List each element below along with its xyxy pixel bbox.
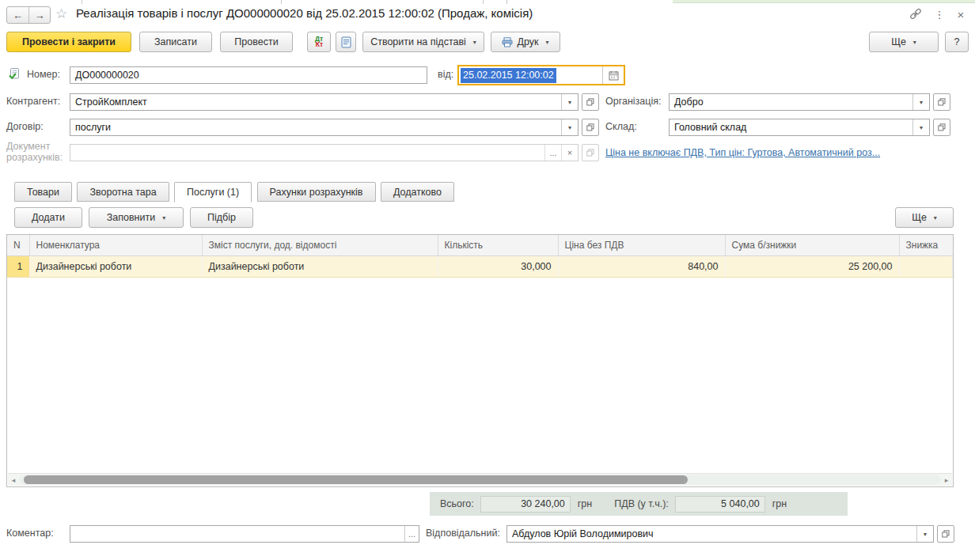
chevron-down-icon: ▾ — [545, 39, 548, 46]
window-menu-button[interactable]: ⋮ — [932, 7, 947, 21]
column-quantity: Кількість — [438, 235, 558, 255]
column-discount: Знижка — [899, 235, 953, 255]
settlement-doc-select-button[interactable]: ... — [544, 145, 561, 161]
scrollbar-track[interactable] — [19, 475, 941, 485]
create-based-on-button[interactable]: Створити на підставі▾ — [362, 32, 484, 52]
chevron-down-icon: ▾ — [568, 99, 571, 106]
responsible-field[interactable]: Абдулов Юрій Володимирович ▾ — [506, 525, 934, 543]
post-button[interactable]: Провести — [220, 32, 293, 52]
pick-button[interactable]: Підбір — [190, 207, 253, 228]
counterparty-open-button[interactable] — [582, 93, 599, 111]
total-label: Всього: — [440, 498, 474, 509]
cell-nomenclature[interactable]: Дизайнерські роботи — [29, 255, 202, 277]
tab-poslugy[interactable]: Послуги (1) — [174, 182, 252, 202]
organization-field[interactable]: Добро ▾ — [669, 93, 930, 111]
table-more-button[interactable]: Ще▾ — [895, 207, 954, 228]
warehouse-field[interactable]: Головний склад ▾ — [669, 119, 930, 136]
fill-label: Заповнити — [107, 212, 155, 223]
show-postings-button[interactable]: ДтКт — [307, 32, 331, 52]
horizontal-scrollbar[interactable]: ◂ ▸ — [8, 473, 952, 486]
contract-open-button[interactable] — [582, 119, 599, 136]
background-row — [673, 0, 975, 3]
print-button[interactable]: Друк▾ — [491, 32, 560, 52]
date-field[interactable]: 25.02.2015 12:00:02 — [457, 65, 625, 85]
open-icon — [586, 149, 594, 157]
scroll-left-icon[interactable]: ◂ — [8, 476, 19, 484]
tabs-bar: Товари Зворотна тара Послуги (1) Рахунки… — [0, 182, 975, 202]
date-label: від: — [438, 69, 453, 80]
calendar-icon — [609, 70, 619, 81]
warehouse-dropdown-button[interactable]: ▾ — [912, 119, 929, 135]
tab-tovary[interactable]: Товари — [14, 182, 72, 202]
currency-label: грн — [578, 498, 592, 509]
warehouse-open-button[interactable] — [933, 119, 950, 136]
forward-button[interactable]: → — [28, 7, 50, 23]
counterparty-dropdown-button[interactable]: ▾ — [561, 94, 578, 110]
tab-zvorotna-tara[interactable]: Зворотна тара — [77, 182, 169, 202]
settlement-doc-value — [70, 145, 544, 161]
chevron-down-icon: ▾ — [920, 99, 923, 106]
comment-label: Коментар: — [6, 528, 54, 539]
cell-price-no-vat[interactable]: 840,00 — [558, 255, 725, 277]
footer: Коментар: ... Відповідальний: Абдулов Юр… — [0, 520, 975, 549]
total-value: 30 240,00 — [480, 496, 571, 513]
counterparty-label: Контрагент: — [6, 96, 60, 107]
help-button[interactable]: ? — [945, 32, 969, 52]
open-icon — [586, 98, 594, 106]
scroll-right-icon[interactable]: ▸ — [941, 476, 952, 484]
tab-dodatkovo[interactable]: Додатково — [381, 182, 454, 202]
calendar-button[interactable] — [602, 66, 624, 84]
nav-buttons: ← → — [6, 6, 51, 24]
toolbar: Провести і закрити Записати Провести ДтК… — [0, 28, 975, 57]
contract-dropdown-button[interactable]: ▾ — [561, 119, 578, 135]
number-field[interactable]: ДО000000020 — [70, 66, 427, 84]
tab-rahunky[interactable]: Рахунки розрахунків — [257, 182, 376, 202]
organization-dropdown-button[interactable]: ▾ — [912, 94, 929, 110]
cell-quantity[interactable]: 30,000 — [438, 255, 558, 277]
more-actions-button[interactable]: Ще▾ — [869, 32, 939, 52]
printer-icon — [502, 37, 513, 47]
get-link-button[interactable] — [909, 7, 923, 21]
link-icon — [909, 8, 922, 21]
cell-sum-before-discount[interactable]: 25 200,00 — [725, 255, 899, 277]
fill-button[interactable]: Заповнити▾ — [89, 207, 184, 228]
save-label: Записати — [154, 36, 197, 47]
price-settings-link[interactable]: Ціна не включає ПДВ, Тип цін: Гуртова, А… — [605, 147, 880, 158]
ellipsis-icon: ... — [549, 148, 556, 157]
contract-field[interactable]: послуги ▾ — [70, 119, 579, 136]
warehouse-value: Головний склад — [670, 119, 912, 135]
post-and-close-button[interactable]: Провести і закрити — [6, 32, 131, 52]
settlement-doc-open-button[interactable] — [582, 144, 599, 161]
comment-select-button[interactable]: ... — [404, 526, 419, 542]
settlement-doc-clear-button[interactable]: × — [561, 145, 578, 161]
chevron-down-icon: ▾ — [934, 214, 937, 221]
counterparty-field[interactable]: СтройКомплект ▾ — [70, 93, 579, 111]
number-label: Номер: — [27, 69, 60, 80]
responsible-dropdown-button[interactable]: ▾ — [916, 526, 933, 542]
comment-value — [70, 526, 404, 542]
scrollbar-thumb[interactable] — [24, 475, 688, 484]
services-table: N Номенклатура Зміст послуги, дод. відом… — [6, 234, 954, 487]
back-icon: ← — [13, 9, 23, 21]
chevron-down-icon: ▾ — [473, 39, 476, 46]
chevron-down-icon: ▾ — [568, 124, 571, 131]
cell-n[interactable]: 1 — [7, 255, 29, 277]
favorite-star-icon[interactable]: ☆ — [55, 6, 67, 22]
cell-discount[interactable] — [899, 255, 953, 277]
table-command-bar: Додати Заповнити▾ Підбір Ще▾ — [0, 204, 975, 233]
comment-field[interactable]: ... — [70, 525, 419, 543]
document-structure-button[interactable] — [336, 32, 356, 52]
settlement-doc-field[interactable]: ... × — [70, 144, 579, 161]
add-row-button[interactable]: Додати — [14, 207, 82, 228]
responsible-open-button[interactable] — [937, 525, 954, 543]
responsible-value: Абдулов Юрій Володимирович — [507, 526, 916, 542]
warehouse-label: Склад: — [605, 121, 637, 132]
organization-open-button[interactable] — [933, 93, 950, 111]
save-button[interactable]: Записати — [139, 32, 212, 52]
column-nomenclature: Номенклатура — [29, 235, 202, 255]
cell-service-content[interactable]: Дизайнерські роботи — [202, 255, 438, 277]
table-row[interactable]: 1 Дизайнерські роботи Дизайнерські робот… — [7, 255, 953, 277]
close-button[interactable]: × — [954, 7, 968, 21]
kebab-icon: ⋮ — [935, 9, 945, 21]
back-button[interactable]: ← — [7, 7, 28, 23]
